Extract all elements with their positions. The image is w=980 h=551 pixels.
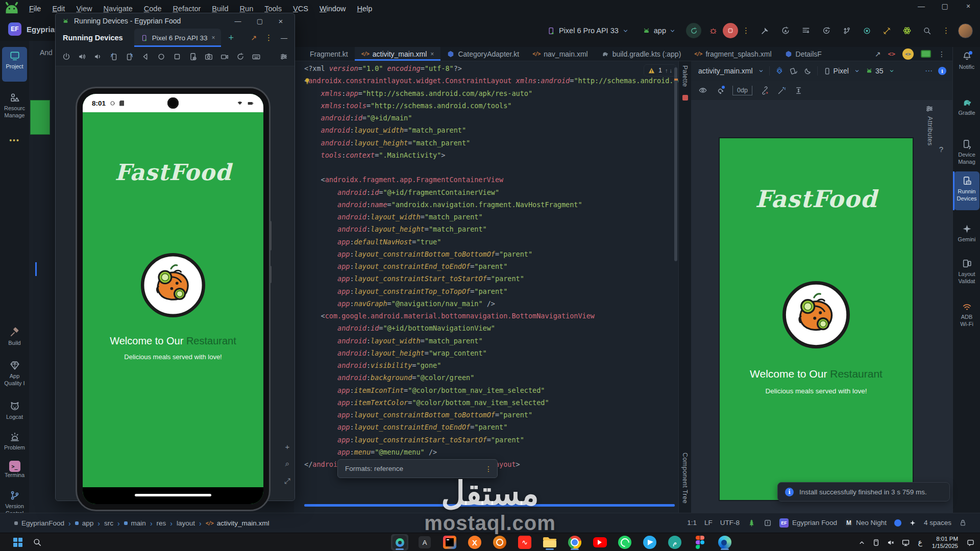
device-rotate-left-button[interactable] (108, 51, 119, 62)
device-power-button[interactable] (61, 51, 72, 62)
design-canvas[interactable]: FastFoodWelcome to Our RestaurantDelicio… (691, 100, 952, 513)
view-options-icon[interactable] (698, 86, 707, 95)
taskbar-clock[interactable]: 8:01 PM1/15/2025 (930, 535, 960, 549)
device-screenshot-button[interactable] (203, 51, 214, 62)
device-type-label[interactable]: Pixel (834, 67, 849, 75)
zoom-out-button[interactable]: ⌕ (284, 459, 290, 468)
taskbar-app-orange-app[interactable] (491, 534, 508, 550)
sidebar-item-logcat[interactable]: Logcat (0, 400, 29, 421)
sidebar-item-project[interactable]: Project (0, 50, 29, 70)
android-api-icon[interactable] (865, 67, 873, 75)
user-avatar[interactable] (958, 23, 973, 38)
autoconnect-icon[interactable] (716, 86, 724, 95)
device-overview-button[interactable] (172, 51, 183, 62)
warning-stripe-mark[interactable] (674, 79, 678, 81)
tool-button-device[interactable]: Device Manag (953, 139, 980, 165)
debug-button[interactable] (705, 23, 721, 38)
line-separator[interactable]: LF (704, 519, 713, 527)
breadcrumb-src[interactable]: src (104, 519, 113, 527)
device-volume-up-button[interactable] (77, 51, 88, 62)
close-icon[interactable]: × (957, 2, 980, 10)
volume-muted-icon[interactable] (887, 538, 895, 547)
rerun-button[interactable] (686, 23, 701, 38)
theme-widget[interactable]: MNeo Night (845, 519, 887, 527)
language-indicator[interactable]: ع (916, 538, 923, 546)
intention-bulb-icon[interactable] (303, 77, 311, 85)
tray-device-icon[interactable] (872, 538, 880, 547)
sync-project-button[interactable] (775, 26, 796, 35)
tool-button-adb[interactable]: ADB Wi-Fi (953, 301, 980, 328)
maximize-icon[interactable]: ▢ (251, 17, 268, 25)
device-phone-settings-button[interactable] (187, 51, 199, 62)
night-mode-icon[interactable] (803, 67, 812, 76)
device-screen-record-button[interactable] (219, 51, 230, 62)
prev-next-warning[interactable]: ↑ ↓ (665, 67, 672, 73)
design-surface-icon[interactable] (775, 66, 784, 76)
project-widget[interactable]: EF Egyprian (8, 22, 59, 36)
device-home-button[interactable] (156, 51, 167, 62)
run-config-selector[interactable]: app (642, 27, 676, 35)
update-project-button[interactable] (837, 26, 857, 35)
tab-nav-main-xml[interactable]: </>nav_main.xml (526, 47, 594, 61)
more-actions-icon[interactable]: ⋯ (925, 66, 933, 76)
taskbar-app-youtube[interactable] (591, 534, 608, 550)
tab-categoryadapter-kt[interactable]: CategoryAdapter.kt (440, 47, 526, 61)
taskbar-app-laravel[interactable]: ∿ (516, 534, 533, 550)
device-restart-button[interactable] (235, 51, 246, 62)
sidebar-item-resourc[interactable]: Resourc Manage (0, 92, 29, 119)
menu-item-help[interactable]: Help (351, 2, 378, 16)
device-volume-down-button[interactable] (92, 51, 104, 62)
lock-icon[interactable] (959, 519, 967, 527)
taskbar-app-whatsapp[interactable] (616, 534, 633, 550)
close-tab-icon[interactable]: × (211, 34, 215, 41)
chevron-down-icon[interactable] (889, 68, 895, 74)
indent-setting[interactable]: 4 spaces (924, 519, 951, 527)
status-dot-icon[interactable] (894, 519, 901, 527)
code-view-icon[interactable]: <> (888, 51, 895, 58)
help-button[interactable]: ? (939, 145, 943, 154)
emulator-screen[interactable]: 8:01FastFoodWelcome to Our RestaurantDel… (83, 94, 263, 504)
running-devices-titlebar[interactable]: Running Devices - Egyprian Food — ▢ × (56, 13, 295, 29)
zoom-in-button[interactable]: + (284, 442, 290, 451)
search-everywhere-button[interactable] (917, 27, 937, 35)
taskbar-app-mostaql[interactable]: م (666, 534, 683, 550)
infer-constraints-icon[interactable] (777, 86, 786, 95)
device-back-button[interactable] (140, 51, 151, 62)
open-in-new-icon[interactable]: ↗ (251, 34, 257, 42)
expand-editor-icon[interactable]: ↗ (875, 50, 881, 58)
tool-button-gemini[interactable]: Gemini (953, 223, 980, 243)
fit-screen-button[interactable]: ⤢ (284, 477, 290, 486)
device-tab[interactable]: Pixel 6 Pro API 33 × (134, 29, 222, 47)
menu-item-window[interactable]: Window (314, 2, 352, 16)
minimize-icon[interactable]: — (229, 17, 247, 25)
sidebar-item-build[interactable]: Build (0, 327, 29, 347)
hide-icon[interactable]: — (281, 34, 287, 42)
project-view-selector[interactable]: And (40, 48, 56, 57)
device-rotate-right-button[interactable] (124, 51, 135, 62)
chevron-down-icon[interactable] (758, 68, 764, 74)
formats-popup[interactable]: Formats: reference ⋮ (337, 459, 498, 478)
more-run-actions-kebab-icon[interactable]: ⋮ (741, 26, 755, 35)
gemini-status-icon[interactable] (909, 519, 916, 527)
pack-align-icon[interactable] (794, 86, 803, 95)
sidebar-item-problem[interactable]: Problem (0, 431, 29, 452)
taskbar-app-edge[interactable] (716, 534, 733, 550)
breadcrumb-res[interactable]: res (157, 519, 166, 527)
breadcrumb-egyprianfood[interactable]: EgyprianFood (14, 519, 64, 527)
taskbar-app-file-explorer[interactable] (541, 534, 558, 550)
taskbar-app-intellij[interactable] (441, 534, 458, 550)
orientation-icon[interactable] (789, 66, 798, 76)
tools-button[interactable] (877, 27, 897, 35)
chevron-down-icon[interactable] (854, 68, 860, 74)
tree-icon[interactable] (747, 518, 756, 527)
sidebar-item-more[interactable]: ••• (0, 136, 29, 145)
tab-detailsf[interactable]: DetailsF (778, 47, 828, 61)
settings-kebab-icon[interactable]: ⋮ (937, 26, 955, 35)
gradle-sync-button[interactable] (816, 26, 837, 35)
tool-button-gradle[interactable]: Gradle (953, 97, 980, 117)
caret-position[interactable]: 1:1 (687, 519, 697, 527)
install-toast[interactable]: i Install successfully finished in 3 s 7… (777, 482, 950, 502)
build-button[interactable] (755, 26, 775, 35)
close-icon[interactable]: × (273, 17, 288, 26)
stop-button[interactable] (723, 23, 738, 38)
